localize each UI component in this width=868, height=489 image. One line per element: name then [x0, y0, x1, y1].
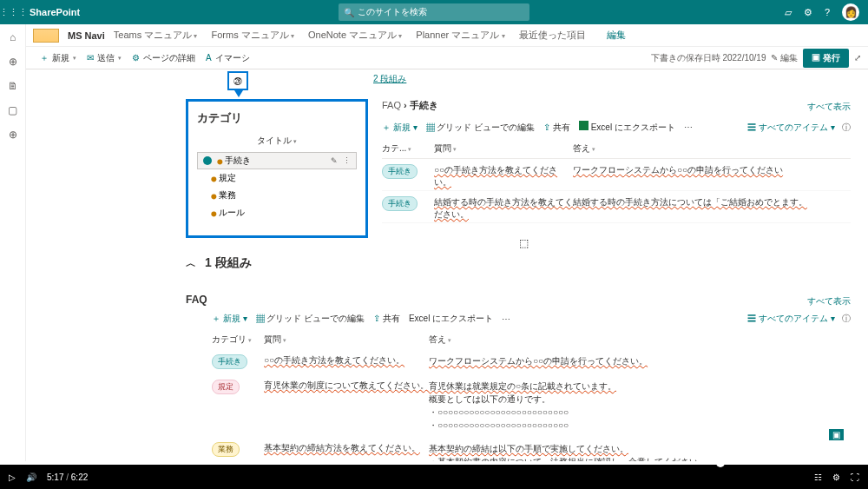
category-row[interactable]: ⬤ルール — [197, 204, 357, 221]
add-icon[interactable]: ⊕ — [9, 129, 17, 141]
category-item-label: 手続き — [225, 155, 251, 167]
table-row[interactable]: 手続き ○○の手続き方法を教えてください。 ワークフローシステムから○○の申請を… — [382, 159, 851, 191]
show-all-link[interactable]: すべて表示 — [807, 295, 851, 307]
scrubber-knob[interactable] — [716, 459, 725, 467]
toolbar-export[interactable]: Excel にエクスポート — [409, 313, 493, 325]
nav-edit-link[interactable]: 編集 — [607, 29, 626, 42]
nav-planner[interactable]: Planner マニュアル — [416, 29, 504, 42]
col-category[interactable]: カテ... — [382, 142, 434, 155]
suite-brand[interactable]: SharePoint — [26, 7, 80, 17]
page-command-bar: ＋新規 ▾ ✉送信 ▾ ⚙ページの詳細 Aイマーシ 下書きの保存日時 2022/… — [0, 47, 868, 69]
cmd-publish[interactable]: ▣ 発行 — [803, 49, 849, 68]
toolbar-share[interactable]: ⇪ 共有 — [543, 122, 570, 134]
suite-header: ⋮⋮⋮ SharePoint 🔍 このサイトを検索 ▱ ⚙ ? 👩 — [0, 0, 868, 24]
section-1col-header[interactable]: ︿ 1 段組み — [186, 255, 252, 271]
category-item-label: 業務 — [219, 189, 236, 202]
anchor-2col[interactable]: 2 段組み — [373, 73, 406, 85]
fullscreen-icon[interactable]: ⛶ — [851, 472, 859, 482]
chevron-up-icon: ︿ — [186, 256, 196, 271]
app-rail: ⌂ ⊕ 🗎 ▢ ⊕ — [0, 24, 26, 465]
col-question[interactable]: 質問 — [434, 142, 573, 155]
search-input[interactable]: 🔍 このサイトを検索 — [339, 3, 529, 21]
help-icon[interactable]: ? — [825, 7, 830, 17]
search-icon: 🔍 — [344, 8, 354, 17]
cc-icon[interactable]: ☷ — [814, 472, 822, 482]
page-icon[interactable]: ▢ — [8, 104, 17, 116]
toolbar-more-icon[interactable]: ⋯ — [502, 314, 510, 324]
save-badge: ▣ — [829, 429, 844, 440]
toolbar-new[interactable]: ＋ 新規 ▾ — [382, 122, 418, 134]
cell-answer: ワークフローシステムから○○の申請を行ってください — [573, 164, 851, 188]
info-icon[interactable]: ⓘ — [842, 313, 851, 325]
nav-onenote[interactable]: OneNote マニュアル — [308, 29, 402, 42]
table-header: カテ... 質問 答え — [382, 142, 851, 159]
list-toolbar: ＋ 新規 ▾ ▦ グリッド ビューでの編集 ⇪ 共有 Excel にエクスポート… — [382, 121, 851, 134]
toolbar-grid-edit[interactable]: ▦ グリッド ビューでの編集 — [256, 313, 365, 325]
col-answer[interactable]: 答え — [429, 334, 851, 346]
cursor-icon: ⬚ — [519, 237, 529, 249]
col-answer[interactable]: 答え — [573, 142, 851, 155]
breadcrumb-root[interactable]: FAQ — [382, 100, 401, 110]
cmd-send[interactable]: ✉送信 ▾ — [82, 52, 127, 64]
table-header: カテゴリ 質問 答え — [212, 334, 851, 349]
globe-icon[interactable]: ⊕ — [9, 56, 17, 68]
faq-title: FAQ — [186, 294, 851, 306]
cmd-edit[interactable]: ✎ 編集 — [771, 52, 798, 64]
cmd-new[interactable]: ＋新規 ▾ — [35, 52, 82, 64]
cell-question: 育児休業の制度について教えてください。 — [264, 380, 429, 432]
toolbar-export[interactable]: Excel にエクスポート — [579, 121, 675, 134]
toolbar-grid-edit[interactable]: ▦ グリッド ビューでの編集 — [426, 122, 536, 134]
table-row[interactable]: 規定育児休業の制度について教えてください。育児休業は就業規定の○条に記載されてい… — [212, 374, 851, 437]
site-name[interactable]: MS Navi — [68, 30, 105, 41]
doc-icon[interactable]: 🗎 — [8, 80, 18, 92]
search-container: 🔍 このサイトを検索 — [339, 3, 529, 21]
volume-icon[interactable]: 🔊 — [26, 472, 36, 482]
app-launcher-icon[interactable]: ⋮⋮⋮ — [0, 7, 26, 18]
table-row[interactable]: 手続き○○の手続き方法を教えてください。ワークフローシステムから○○の申請を行っ… — [212, 349, 851, 374]
show-all-link[interactable]: すべて表示 — [807, 101, 851, 113]
table-row[interactable]: 手続き 結婚する時の手続き方法を教えてください。 結婚する時の手続き方法について… — [382, 191, 851, 223]
toolbar-more-icon[interactable]: ⋯ — [684, 122, 693, 132]
view-selector[interactable]: ☰ すべてのアイテム ▾ — [747, 313, 835, 325]
nav-forms[interactable]: Forms マニュアル — [212, 29, 294, 42]
megaphone-icon[interactable]: ▱ — [785, 7, 792, 18]
more-icon[interactable]: ⋮ — [343, 156, 351, 165]
section-title: 1 段組み — [205, 255, 252, 271]
col-category[interactable]: カテゴリ — [212, 334, 264, 346]
category-column-header[interactable]: タイトル — [197, 135, 357, 147]
site-header: MS Navi Teams マニュアル Forms マニュアル OneNote … — [0, 24, 868, 47]
category-row[interactable]: ⬤規定 — [197, 169, 357, 187]
video-track[interactable] — [0, 461, 868, 465]
draft-status: 下書きの保存日時 2022/10/19 — [651, 52, 766, 64]
play-icon[interactable]: ▷ — [9, 472, 16, 482]
home-icon[interactable]: ⌂ — [10, 31, 16, 43]
faq-full-webpart: FAQ すべて表示 ＋ 新規 ▾ ▦ グリッド ビューでの編集 ⇪ 共有 Exc… — [186, 294, 851, 465]
cell-answer: 育児休業は就業規定の○条に記載されています。概要としては以下の通りです。・○○○… — [429, 380, 851, 432]
radio-selected-icon — [203, 156, 212, 165]
settings-icon[interactable]: ⚙ — [804, 7, 812, 18]
nav-teams[interactable]: Teams マニュアル — [114, 29, 198, 42]
category-row-selected[interactable]: ⬤手続き ✎⋮ — [197, 152, 357, 169]
col-question[interactable]: 質問 — [264, 334, 429, 346]
breadcrumb-current: 手続き — [410, 100, 438, 110]
toolbar-share[interactable]: ⇪ 共有 — [373, 313, 400, 325]
info-icon[interactable]: ⓘ — [842, 122, 851, 134]
page-canvas: 2 段組み ㉖ カテゴリ タイトル ⬤手続き ✎⋮ ⬤規定 ⬤業務 ⬤ルール F… — [26, 69, 868, 465]
cell-question: ○○の手続き方法を教えてください。 — [434, 164, 573, 188]
nav-recent[interactable]: 最近使った項目 — [519, 29, 586, 42]
category-row[interactable]: ⬤業務 — [197, 187, 357, 204]
toolbar-new[interactable]: ＋ 新規 ▾ — [212, 313, 247, 325]
settings-icon[interactable]: ⚙ — [832, 472, 840, 482]
category-webpart: カテゴリ タイトル ⬤手続き ✎⋮ ⬤規定 ⬤業務 ⬤ルール — [186, 99, 368, 238]
category-badge: 業務 — [212, 442, 240, 457]
cmd-immersive[interactable]: Aイマーシ — [201, 52, 255, 64]
view-selector[interactable]: ☰ すべてのアイテム ▾ — [747, 122, 835, 134]
cmd-expand-icon[interactable]: ⤢ — [854, 53, 861, 63]
faq-breadcrumb: FAQ › 手続き — [382, 99, 851, 112]
faq-filtered-webpart: FAQ › 手続き すべて表示 ＋ 新規 ▾ ▦ グリッド ビューでの編集 ⇪ … — [382, 99, 851, 223]
category-item-label: ルール — [219, 207, 245, 219]
avatar[interactable]: 👩 — [842, 3, 859, 21]
cmd-page-details[interactable]: ⚙ページの詳細 — [127, 52, 201, 64]
site-logo[interactable] — [33, 29, 59, 43]
edit-icon[interactable]: ✎ — [331, 156, 338, 165]
